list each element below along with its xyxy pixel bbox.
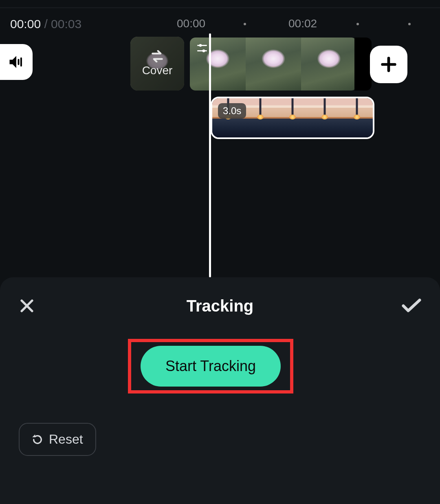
panel-title: Tracking <box>187 297 254 315</box>
clip-thumbnail <box>246 38 301 91</box>
cover-tile[interactable]: Cover <box>130 37 184 91</box>
speaker-icon <box>7 53 25 71</box>
ruler-tick-label: 00:02 <box>288 17 317 30</box>
clip-thumbnail <box>301 38 357 91</box>
cover-label: Cover <box>142 64 173 77</box>
reset-icon <box>32 434 43 445</box>
time-separator: / <box>41 17 51 31</box>
reset-label: Reset <box>49 432 83 447</box>
ruler-tick-label: 00:00 <box>177 17 205 30</box>
svg-point-1 <box>202 49 205 52</box>
start-tracking-button[interactable]: Start Tracking <box>141 346 281 387</box>
playhead[interactable] <box>209 33 211 277</box>
plus-icon <box>379 55 398 74</box>
confirm-button[interactable] <box>401 298 422 314</box>
total-time: 00:03 <box>51 17 81 31</box>
overlay-clip[interactable]: 3.0s <box>211 97 374 139</box>
swap-icon <box>149 50 165 62</box>
close-icon <box>18 297 36 315</box>
tutorial-highlight: Start Tracking <box>128 339 293 393</box>
main-video-clip[interactable] <box>190 38 357 91</box>
clip-end-pad <box>354 38 372 91</box>
clip-thumbnail <box>244 98 277 137</box>
current-time: 00:00 <box>10 17 41 31</box>
ruler-tick-dot <box>356 23 359 25</box>
top-divider <box>0 7 440 8</box>
ruler-tick-dot <box>408 23 411 25</box>
clip-thumbnail <box>308 98 341 137</box>
clip-thumbnail <box>277 98 309 137</box>
panel-header: Tracking <box>0 277 440 334</box>
start-tracking-label: Start Tracking <box>165 358 256 375</box>
clip-thumbnail <box>341 98 373 137</box>
check-icon <box>401 298 422 314</box>
volume-button[interactable] <box>0 44 33 80</box>
ruler-tick-dot <box>244 23 246 25</box>
time-display: 00:00 / 00:03 <box>10 17 81 31</box>
svg-point-0 <box>199 44 202 47</box>
duration-badge: 3.0s <box>218 103 246 119</box>
adjust-icon <box>196 42 209 55</box>
close-button[interactable] <box>18 297 36 315</box>
add-media-button[interactable] <box>370 46 407 83</box>
timeline-ruler[interactable]: 00:00 / 00:03 00:00 00:02 <box>0 17 440 33</box>
tracking-panel: Tracking Start Tracking Reset <box>0 277 440 504</box>
reset-button[interactable]: Reset <box>19 423 96 456</box>
